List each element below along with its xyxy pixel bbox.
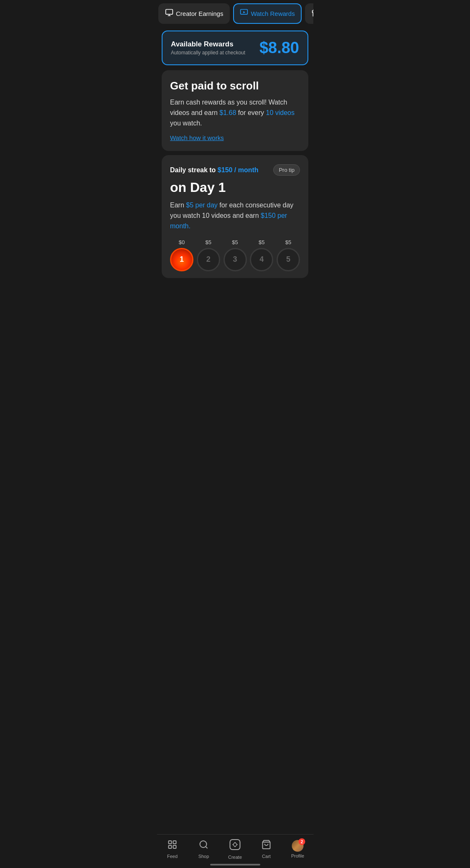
day-circles: $0 1 $5 2 $5 3 $5 4 (170, 239, 300, 271)
streak-header: Daily streak to $150 / month Pro tip (170, 164, 300, 176)
day-3-amount: $5 (232, 239, 238, 245)
streak-day: on Day 1 (170, 180, 300, 195)
day-2-amount: $5 (206, 239, 211, 245)
get-paid-body-mid: for every (236, 109, 266, 116)
streak-body-prefix: Earn (170, 202, 186, 209)
get-paid-body: Earn cash rewards as you scroll! Watch v… (170, 97, 300, 128)
day-3-number: 3 (233, 255, 237, 264)
watch-rewards-icon (240, 8, 248, 19)
tab-watch-rewards-label: Watch Rewards (251, 10, 295, 17)
day-4-number: 4 (259, 255, 264, 264)
streak-header-text: Daily streak to (170, 166, 218, 174)
day-circle-2-wrap: $5 2 (197, 239, 220, 271)
rewards-label: Available Rewards (171, 40, 245, 49)
streak-title: Daily streak to $150 / month (170, 166, 259, 174)
streak-header-suffix: / month (232, 166, 258, 174)
day-circle-4: 4 (250, 248, 273, 271)
streak-per-day: $5 per day (186, 202, 218, 209)
day-circle-4-wrap: $5 4 (250, 239, 273, 271)
tab-creator-earnings[interactable]: Creator Earnings (158, 3, 230, 24)
get-paid-title: Get paid to scroll (170, 79, 300, 92)
day-4-amount: $5 (259, 239, 264, 245)
rewards-amount: $8.80 (259, 39, 299, 57)
day-1-number: 1 (180, 255, 184, 264)
tab-bar: Creator Earnings Watch Rewards (157, 0, 313, 26)
pro-tip-badge: Pro tip (273, 164, 300, 176)
tab-invite-coupon[interactable]: Invite Coup... (305, 3, 313, 24)
svg-marker-2 (244, 11, 246, 13)
earn-amount: $1.68 (219, 109, 236, 116)
day-circle-5-wrap: $5 5 (277, 239, 300, 271)
rewards-sublabel: Automatically applied at checkout (171, 50, 245, 56)
get-paid-body-suffix: you watch. (170, 120, 202, 127)
main-content: Creator Earnings Watch Rewards (157, 0, 313, 324)
streak-body: Earn $5 per day for each consecutive day… (170, 200, 300, 231)
video-count: 10 videos (266, 109, 295, 116)
creator-earnings-icon (165, 8, 173, 19)
rewards-info: Available Rewards Automatically applied … (171, 40, 245, 56)
tab-creator-earnings-label: Creator Earnings (176, 10, 223, 17)
day-circle-3: 3 (224, 248, 247, 271)
invite-coupon-icon (312, 8, 313, 19)
day-circle-1: 1 (170, 248, 193, 271)
day-circle-5: 5 (277, 248, 300, 271)
day-circle-3-wrap: $5 3 (224, 239, 247, 271)
get-paid-card: Get paid to scroll Earn cash rewards as … (162, 70, 308, 151)
streak-card: Daily streak to $150 / month Pro tip on … (162, 155, 308, 278)
day-circle-2: 2 (197, 248, 220, 271)
svg-rect-0 (166, 10, 173, 15)
streak-header-amount: $150 (218, 166, 233, 174)
available-rewards-card: Available Rewards Automatically applied … (162, 31, 308, 65)
day-2-number: 2 (206, 255, 211, 264)
day-5-amount: $5 (285, 239, 291, 245)
day-1-amount: $0 (179, 239, 185, 245)
day-5-number: 5 (286, 255, 290, 264)
watch-how-it-works-link[interactable]: Watch how it works (170, 134, 224, 141)
tab-watch-rewards[interactable]: Watch Rewards (233, 3, 301, 24)
day-circle-1-wrap: $0 1 (170, 239, 193, 271)
